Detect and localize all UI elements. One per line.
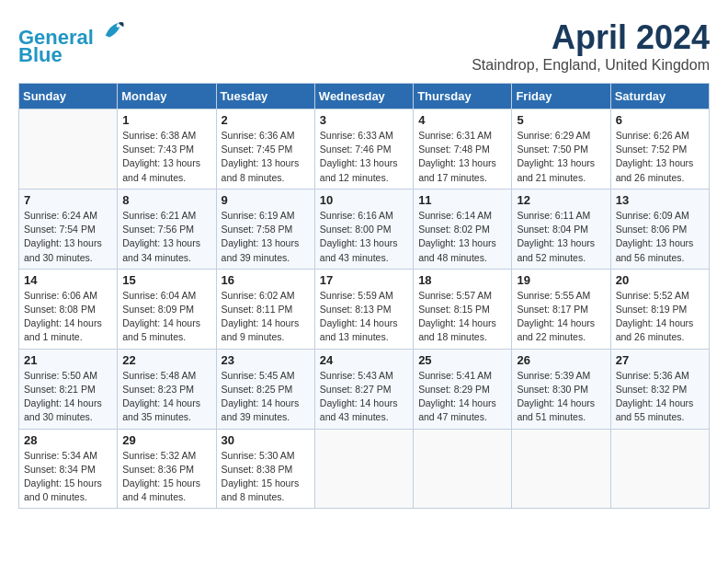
day-number: 19	[517, 273, 605, 287]
day-number: 3	[320, 113, 408, 127]
day-number: 7	[24, 193, 112, 207]
day-number: 2	[222, 113, 310, 127]
calendar-cell	[314, 429, 413, 509]
calendar-cell: 1Sunrise: 6:38 AMSunset: 7:43 PMDaylight…	[118, 109, 216, 190]
calendar-cell: 12Sunrise: 6:11 AMSunset: 8:04 PMDayligh…	[512, 189, 610, 269]
weekday-header-tuesday: Tuesday	[216, 84, 314, 109]
day-number: 24	[320, 353, 408, 367]
day-info: Sunrise: 6:06 AMSunset: 8:08 PMDaylight:…	[24, 289, 112, 345]
day-number: 5	[517, 113, 605, 127]
calendar-cell: 29Sunrise: 5:32 AMSunset: 8:36 PMDayligh…	[118, 429, 216, 509]
calendar-cell	[19, 109, 118, 190]
day-number: 18	[418, 273, 506, 287]
day-number: 11	[418, 193, 506, 207]
calendar-cell: 14Sunrise: 6:06 AMSunset: 8:08 PMDayligh…	[19, 269, 118, 349]
calendar-week-2: 7Sunrise: 6:24 AMSunset: 7:54 PMDaylight…	[19, 189, 710, 269]
day-info: Sunrise: 5:52 AMSunset: 8:19 PMDaylight:…	[616, 289, 704, 345]
weekday-header-row: SundayMondayTuesdayWednesdayThursdayFrid…	[19, 84, 710, 109]
day-number: 28	[24, 433, 112, 447]
calendar-cell: 23Sunrise: 5:45 AMSunset: 8:25 PMDayligh…	[216, 349, 314, 429]
day-number: 6	[616, 113, 704, 127]
day-number: 29	[122, 433, 210, 447]
day-number: 22	[122, 353, 210, 367]
weekday-header-thursday: Thursday	[414, 84, 512, 109]
page-header: General Blue April 2024 Staindrop, Engla…	[18, 18, 710, 74]
day-number: 15	[122, 273, 210, 287]
calendar-cell: 6Sunrise: 6:26 AMSunset: 7:52 PMDaylight…	[610, 109, 709, 190]
day-info: Sunrise: 6:19 AMSunset: 7:58 PMDaylight:…	[222, 209, 310, 265]
day-info: Sunrise: 6:02 AMSunset: 8:11 PMDaylight:…	[222, 289, 310, 345]
day-info: Sunrise: 5:36 AMSunset: 8:32 PMDaylight:…	[616, 369, 704, 425]
calendar-cell: 24Sunrise: 5:43 AMSunset: 8:27 PMDayligh…	[314, 349, 413, 429]
day-number: 4	[418, 113, 506, 127]
calendar-cell: 4Sunrise: 6:31 AMSunset: 7:48 PMDaylight…	[414, 109, 512, 190]
calendar-cell: 25Sunrise: 5:41 AMSunset: 8:29 PMDayligh…	[414, 349, 512, 429]
weekday-header-saturday: Saturday	[610, 84, 709, 109]
calendar-cell: 13Sunrise: 6:09 AMSunset: 8:06 PMDayligh…	[610, 189, 709, 269]
day-number: 20	[616, 273, 704, 287]
day-number: 14	[24, 273, 112, 287]
logo: General Blue	[18, 18, 127, 67]
calendar-cell: 9Sunrise: 6:19 AMSunset: 7:58 PMDaylight…	[216, 189, 314, 269]
day-number: 13	[616, 193, 704, 207]
day-number: 26	[517, 353, 605, 367]
calendar-cell: 3Sunrise: 6:33 AMSunset: 7:46 PMDaylight…	[314, 109, 413, 190]
calendar-cell: 28Sunrise: 5:34 AMSunset: 8:34 PMDayligh…	[19, 429, 118, 509]
calendar-cell: 2Sunrise: 6:36 AMSunset: 7:45 PMDaylight…	[216, 109, 314, 190]
calendar-week-4: 21Sunrise: 5:50 AMSunset: 8:21 PMDayligh…	[19, 349, 710, 429]
calendar-cell: 11Sunrise: 6:14 AMSunset: 8:02 PMDayligh…	[414, 189, 512, 269]
day-info: Sunrise: 6:14 AMSunset: 8:02 PMDaylight:…	[418, 209, 506, 265]
calendar-cell: 26Sunrise: 5:39 AMSunset: 8:30 PMDayligh…	[512, 349, 610, 429]
calendar-cell: 21Sunrise: 5:50 AMSunset: 8:21 PMDayligh…	[19, 349, 118, 429]
day-info: Sunrise: 6:16 AMSunset: 8:00 PMDaylight:…	[320, 209, 408, 265]
day-info: Sunrise: 5:45 AMSunset: 8:25 PMDaylight:…	[222, 369, 310, 425]
day-number: 9	[222, 193, 310, 207]
day-info: Sunrise: 5:39 AMSunset: 8:30 PMDaylight:…	[517, 369, 605, 425]
calendar-cell: 16Sunrise: 6:02 AMSunset: 8:11 PMDayligh…	[216, 269, 314, 349]
calendar-cell: 17Sunrise: 5:59 AMSunset: 8:13 PMDayligh…	[314, 269, 413, 349]
day-info: Sunrise: 6:04 AMSunset: 8:09 PMDaylight:…	[122, 289, 210, 345]
calendar-cell	[414, 429, 512, 509]
weekday-header-friday: Friday	[512, 84, 610, 109]
day-info: Sunrise: 5:32 AMSunset: 8:36 PMDaylight:…	[122, 449, 210, 505]
calendar-cell: 5Sunrise: 6:29 AMSunset: 7:50 PMDaylight…	[512, 109, 610, 190]
calendar-cell: 30Sunrise: 5:30 AMSunset: 8:38 PMDayligh…	[216, 429, 314, 509]
day-number: 10	[320, 193, 408, 207]
calendar-cell: 18Sunrise: 5:57 AMSunset: 8:15 PMDayligh…	[414, 269, 512, 349]
day-info: Sunrise: 5:43 AMSunset: 8:27 PMDaylight:…	[320, 369, 408, 425]
day-info: Sunrise: 6:29 AMSunset: 7:50 PMDaylight:…	[517, 129, 605, 185]
calendar-cell	[610, 429, 709, 509]
logo-bird-icon	[101, 18, 127, 44]
calendar-cell: 7Sunrise: 6:24 AMSunset: 7:54 PMDaylight…	[19, 189, 118, 269]
day-number: 25	[418, 353, 506, 367]
calendar-cell: 10Sunrise: 6:16 AMSunset: 8:00 PMDayligh…	[314, 189, 413, 269]
day-number: 17	[320, 273, 408, 287]
weekday-header-wednesday: Wednesday	[314, 84, 413, 109]
day-number: 8	[122, 193, 210, 207]
day-number: 1	[122, 113, 210, 127]
day-info: Sunrise: 5:59 AMSunset: 8:13 PMDaylight:…	[320, 289, 408, 345]
weekday-header-sunday: Sunday	[19, 84, 118, 109]
day-number: 21	[24, 353, 112, 367]
calendar-week-3: 14Sunrise: 6:06 AMSunset: 8:08 PMDayligh…	[19, 269, 710, 349]
calendar-table: SundayMondayTuesdayWednesdayThursdayFrid…	[18, 83, 710, 509]
calendar-cell: 8Sunrise: 6:21 AMSunset: 7:56 PMDaylight…	[118, 189, 216, 269]
calendar-cell: 22Sunrise: 5:48 AMSunset: 8:23 PMDayligh…	[118, 349, 216, 429]
title-block: April 2024 Staindrop, England, United Ki…	[472, 18, 710, 74]
day-info: Sunrise: 6:26 AMSunset: 7:52 PMDaylight:…	[616, 129, 704, 185]
day-info: Sunrise: 6:21 AMSunset: 7:56 PMDaylight:…	[122, 209, 210, 265]
day-number: 23	[222, 353, 310, 367]
day-info: Sunrise: 5:50 AMSunset: 8:21 PMDaylight:…	[24, 369, 112, 425]
calendar-cell: 27Sunrise: 5:36 AMSunset: 8:32 PMDayligh…	[610, 349, 709, 429]
calendar-cell: 20Sunrise: 5:52 AMSunset: 8:19 PMDayligh…	[610, 269, 709, 349]
day-info: Sunrise: 6:09 AMSunset: 8:06 PMDaylight:…	[616, 209, 704, 265]
day-info: Sunrise: 5:34 AMSunset: 8:34 PMDaylight:…	[24, 449, 112, 505]
calendar-week-5: 28Sunrise: 5:34 AMSunset: 8:34 PMDayligh…	[19, 429, 710, 509]
day-info: Sunrise: 6:36 AMSunset: 7:45 PMDaylight:…	[222, 129, 310, 185]
calendar-cell: 19Sunrise: 5:55 AMSunset: 8:17 PMDayligh…	[512, 269, 610, 349]
day-info: Sunrise: 6:33 AMSunset: 7:46 PMDaylight:…	[320, 129, 408, 185]
day-info: Sunrise: 5:57 AMSunset: 8:15 PMDaylight:…	[418, 289, 506, 345]
day-number: 27	[616, 353, 704, 367]
day-info: Sunrise: 6:24 AMSunset: 7:54 PMDaylight:…	[24, 209, 112, 265]
day-info: Sunrise: 5:55 AMSunset: 8:17 PMDaylight:…	[517, 289, 605, 345]
